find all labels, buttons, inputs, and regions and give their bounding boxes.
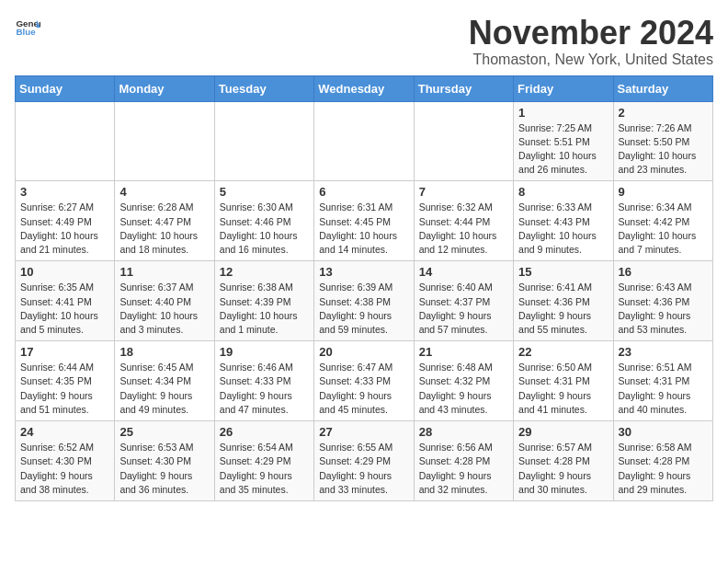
weekday-header: Wednesday	[314, 75, 414, 101]
day-number: 1	[518, 106, 608, 120]
header-row: SundayMondayTuesdayWednesdayThursdayFrid…	[16, 75, 713, 101]
calendar-cell: 3Sunrise: 6:27 AM Sunset: 4:49 PM Daylig…	[16, 181, 115, 261]
day-number: 29	[518, 425, 608, 439]
day-info: Sunrise: 6:27 AM Sunset: 4:49 PM Dayligh…	[20, 201, 109, 257]
day-number: 14	[419, 265, 508, 279]
title-area: November 2024 Thomaston, New York, Unite…	[469, 15, 713, 68]
day-info: Sunrise: 6:44 AM Sunset: 4:35 PM Dayligh…	[20, 361, 109, 417]
calendar-cell: 28Sunrise: 6:56 AM Sunset: 4:28 PM Dayli…	[414, 421, 513, 501]
day-info: Sunrise: 6:57 AM Sunset: 4:28 PM Dayligh…	[518, 441, 608, 497]
calendar-cell: 12Sunrise: 6:38 AM Sunset: 4:39 PM Dayli…	[214, 261, 313, 341]
calendar-cell: 11Sunrise: 6:37 AM Sunset: 4:40 PM Dayli…	[115, 261, 214, 341]
day-info: Sunrise: 6:33 AM Sunset: 4:43 PM Dayligh…	[518, 201, 608, 257]
day-number: 26	[220, 425, 309, 439]
day-number: 16	[619, 265, 708, 279]
calendar-cell: 13Sunrise: 6:39 AM Sunset: 4:38 PM Dayli…	[314, 261, 414, 341]
day-number: 19	[220, 345, 309, 359]
calendar-cell: 10Sunrise: 6:35 AM Sunset: 4:41 PM Dayli…	[16, 261, 115, 341]
calendar-cell	[214, 101, 313, 181]
calendar-cell: 4Sunrise: 6:28 AM Sunset: 4:47 PM Daylig…	[115, 181, 214, 261]
day-info: Sunrise: 6:56 AM Sunset: 4:28 PM Dayligh…	[419, 441, 508, 497]
location: Thomaston, New York, United States	[469, 52, 713, 68]
day-info: Sunrise: 6:30 AM Sunset: 4:46 PM Dayligh…	[220, 201, 309, 257]
calendar-cell	[16, 101, 115, 181]
day-number: 2	[619, 106, 708, 120]
calendar-cell: 9Sunrise: 6:34 AM Sunset: 4:42 PM Daylig…	[613, 181, 712, 261]
day-number: 23	[619, 345, 708, 359]
calendar-week-row: 1Sunrise: 7:25 AM Sunset: 5:51 PM Daylig…	[16, 101, 713, 181]
calendar-cell	[314, 101, 414, 181]
calendar-week-row: 3Sunrise: 6:27 AM Sunset: 4:49 PM Daylig…	[16, 181, 713, 261]
day-number: 21	[419, 345, 508, 359]
calendar-cell: 20Sunrise: 6:47 AM Sunset: 4:33 PM Dayli…	[314, 341, 414, 421]
day-number: 20	[319, 345, 408, 359]
calendar-table: SundayMondayTuesdayWednesdayThursdayFrid…	[15, 75, 713, 501]
logo: General Blue	[15, 15, 40, 40]
day-number: 3	[20, 185, 109, 199]
day-info: Sunrise: 6:37 AM Sunset: 4:40 PM Dayligh…	[119, 281, 209, 337]
day-number: 30	[619, 425, 708, 439]
day-number: 17	[20, 345, 109, 359]
day-info: Sunrise: 6:54 AM Sunset: 4:29 PM Dayligh…	[220, 441, 309, 497]
day-number: 4	[119, 185, 209, 199]
calendar-cell: 29Sunrise: 6:57 AM Sunset: 4:28 PM Dayli…	[514, 421, 613, 501]
weekday-header: Thursday	[414, 75, 513, 101]
day-info: Sunrise: 6:47 AM Sunset: 4:33 PM Dayligh…	[319, 361, 408, 417]
calendar-cell	[414, 101, 513, 181]
day-number: 10	[20, 265, 109, 279]
day-info: Sunrise: 6:51 AM Sunset: 4:31 PM Dayligh…	[619, 361, 708, 417]
calendar-cell: 24Sunrise: 6:52 AM Sunset: 4:30 PM Dayli…	[16, 421, 115, 501]
day-info: Sunrise: 6:38 AM Sunset: 4:39 PM Dayligh…	[220, 281, 309, 337]
calendar-week-row: 10Sunrise: 6:35 AM Sunset: 4:41 PM Dayli…	[16, 261, 713, 341]
calendar-cell: 18Sunrise: 6:45 AM Sunset: 4:34 PM Dayli…	[115, 341, 214, 421]
day-info: Sunrise: 6:28 AM Sunset: 4:47 PM Dayligh…	[119, 201, 209, 257]
calendar-cell: 16Sunrise: 6:43 AM Sunset: 4:36 PM Dayli…	[613, 261, 712, 341]
day-number: 12	[220, 265, 309, 279]
calendar-body: 1Sunrise: 7:25 AM Sunset: 5:51 PM Daylig…	[16, 101, 713, 500]
day-number: 28	[419, 425, 508, 439]
month-title: November 2024	[469, 15, 713, 52]
day-info: Sunrise: 6:35 AM Sunset: 4:41 PM Dayligh…	[20, 281, 109, 337]
day-info: Sunrise: 6:45 AM Sunset: 4:34 PM Dayligh…	[119, 361, 209, 417]
day-info: Sunrise: 6:34 AM Sunset: 4:42 PM Dayligh…	[619, 201, 708, 257]
svg-text:Blue: Blue	[16, 27, 36, 37]
calendar-cell: 23Sunrise: 6:51 AM Sunset: 4:31 PM Dayli…	[613, 341, 712, 421]
day-info: Sunrise: 7:26 AM Sunset: 5:50 PM Dayligh…	[619, 121, 708, 178]
day-info: Sunrise: 6:40 AM Sunset: 4:37 PM Dayligh…	[419, 281, 508, 337]
weekday-header: Tuesday	[214, 75, 313, 101]
day-info: Sunrise: 6:46 AM Sunset: 4:33 PM Dayligh…	[220, 361, 309, 417]
weekday-header: Saturday	[613, 75, 712, 101]
calendar-week-row: 17Sunrise: 6:44 AM Sunset: 4:35 PM Dayli…	[16, 341, 713, 421]
day-number: 18	[119, 345, 209, 359]
calendar-cell: 27Sunrise: 6:55 AM Sunset: 4:29 PM Dayli…	[314, 421, 414, 501]
day-info: Sunrise: 6:43 AM Sunset: 4:36 PM Dayligh…	[619, 281, 708, 337]
day-info: Sunrise: 6:58 AM Sunset: 4:28 PM Dayligh…	[619, 441, 708, 497]
calendar-cell: 8Sunrise: 6:33 AM Sunset: 4:43 PM Daylig…	[514, 181, 613, 261]
day-number: 22	[518, 345, 608, 359]
calendar-cell: 30Sunrise: 6:58 AM Sunset: 4:28 PM Dayli…	[613, 421, 712, 501]
weekday-header: Monday	[115, 75, 214, 101]
day-info: Sunrise: 6:52 AM Sunset: 4:30 PM Dayligh…	[20, 441, 109, 497]
calendar-cell: 21Sunrise: 6:48 AM Sunset: 4:32 PM Dayli…	[414, 341, 513, 421]
calendar-cell: 22Sunrise: 6:50 AM Sunset: 4:31 PM Dayli…	[514, 341, 613, 421]
day-number: 25	[119, 425, 209, 439]
calendar-cell: 2Sunrise: 7:26 AM Sunset: 5:50 PM Daylig…	[613, 101, 712, 181]
day-number: 8	[518, 185, 608, 199]
calendar-cell: 25Sunrise: 6:53 AM Sunset: 4:30 PM Dayli…	[115, 421, 214, 501]
day-info: Sunrise: 6:41 AM Sunset: 4:36 PM Dayligh…	[518, 281, 608, 337]
day-info: Sunrise: 6:31 AM Sunset: 4:45 PM Dayligh…	[319, 201, 408, 257]
calendar-cell	[115, 101, 214, 181]
logo-icon: General Blue	[15, 15, 40, 40]
calendar-cell: 7Sunrise: 6:32 AM Sunset: 4:44 PM Daylig…	[414, 181, 513, 261]
day-number: 7	[419, 185, 508, 199]
day-number: 24	[20, 425, 109, 439]
day-info: Sunrise: 6:53 AM Sunset: 4:30 PM Dayligh…	[119, 441, 209, 497]
day-number: 11	[119, 265, 209, 279]
day-info: Sunrise: 7:25 AM Sunset: 5:51 PM Dayligh…	[518, 121, 608, 178]
calendar-cell: 5Sunrise: 6:30 AM Sunset: 4:46 PM Daylig…	[214, 181, 313, 261]
day-number: 13	[319, 265, 408, 279]
day-number: 5	[220, 185, 309, 199]
calendar-header: SundayMondayTuesdayWednesdayThursdayFrid…	[16, 75, 713, 101]
page-header: General Blue November 2024 Thomaston, Ne…	[15, 15, 713, 68]
calendar-week-row: 24Sunrise: 6:52 AM Sunset: 4:30 PM Dayli…	[16, 421, 713, 501]
